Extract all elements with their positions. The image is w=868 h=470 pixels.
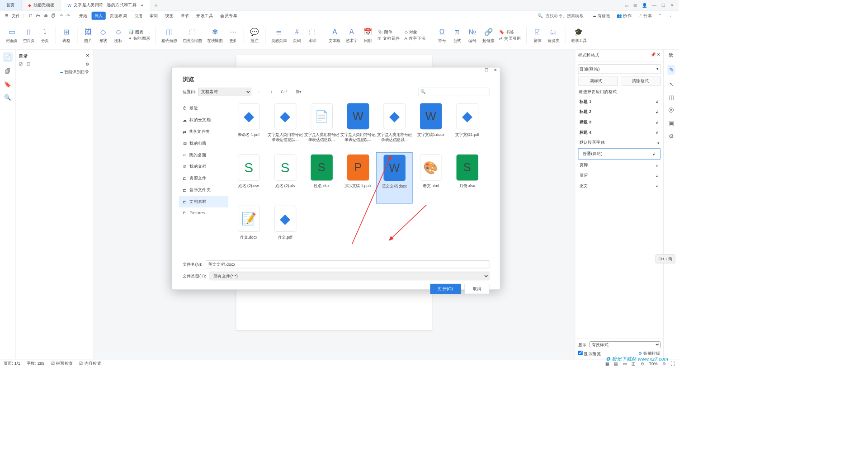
sidebar-item-我的云文档[interactable]: ☁我的云文档 bbox=[179, 114, 228, 126]
rb-icon[interactable]: ☺图标 bbox=[112, 27, 125, 43]
more-icon[interactable]: ⋮ bbox=[668, 13, 672, 19]
style-default-font[interactable]: 默认段落字体a bbox=[575, 137, 663, 148]
rb-flow[interactable]: ⬚在线流程图 bbox=[181, 27, 204, 43]
file-item[interactable]: S姓名 (2).csv bbox=[231, 152, 267, 203]
show-select[interactable]: 有效样式 bbox=[590, 341, 660, 348]
rb-hf[interactable]: ≣页眉页脚 bbox=[269, 27, 288, 43]
nav-up-icon[interactable]: ↑ bbox=[268, 89, 274, 96]
rb-form[interactable]: ☑窗体 bbox=[531, 27, 544, 43]
sidebar-item-Pictures[interactable]: 🗀Pictures bbox=[179, 207, 228, 218]
dialog-max-icon[interactable]: ☐ bbox=[485, 67, 489, 72]
rb-table[interactable]: ⊞表格 bbox=[60, 27, 73, 43]
fullscreen-icon[interactable]: ⛶ bbox=[671, 361, 675, 366]
outline-settings-icon[interactable]: ⚙ bbox=[85, 62, 90, 67]
outline-icon[interactable]: 📄 bbox=[3, 52, 13, 62]
rb-teach[interactable]: 🎓教学工具 bbox=[569, 27, 588, 43]
file-item[interactable]: ◆文字文稿1.pdf bbox=[449, 101, 486, 152]
new-icon[interactable]: 🗋 bbox=[28, 13, 33, 18]
cancel-button[interactable]: 取消 bbox=[465, 284, 490, 294]
style-normal-web[interactable]: 普通(网站)↲ bbox=[578, 148, 660, 159]
rb-pagenum[interactable]: #页码 bbox=[290, 27, 304, 43]
style-body[interactable]: 正文↲ bbox=[575, 181, 663, 191]
tab-add[interactable]: + bbox=[150, 0, 162, 10]
sidebar-item-共享文件夹[interactable]: ⇄共享文件夹 bbox=[179, 126, 228, 137]
style-footer[interactable]: 页脚↲ bbox=[575, 160, 663, 170]
bookmark-icon[interactable]: 🔖 bbox=[4, 81, 11, 88]
expand-icon[interactable]: ☑ bbox=[19, 62, 23, 67]
new-style-button[interactable]: 新样式... bbox=[578, 77, 618, 86]
menu-review[interactable]: 审阅 bbox=[147, 12, 161, 20]
redo-icon[interactable]: ↷ bbox=[66, 13, 70, 18]
preview-checkbox[interactable]: 显示预览 bbox=[578, 351, 601, 357]
rb-bm[interactable]: 🔖 书签 bbox=[499, 29, 521, 35]
current-style[interactable]: 普通(网站)▾ bbox=[578, 64, 660, 74]
nav-view-icon[interactable]: ⊞▾ bbox=[294, 89, 304, 96]
rb-wordart[interactable]: A艺术字 bbox=[344, 27, 359, 43]
menu-start[interactable]: 开始 bbox=[76, 12, 90, 20]
menu-insert[interactable]: 插入 bbox=[92, 12, 106, 20]
rb-capital[interactable]: A 首字下沉 bbox=[405, 36, 426, 42]
dialog-search-input[interactable] bbox=[419, 88, 489, 96]
rb-break[interactable]: ⤵分页 bbox=[38, 27, 52, 43]
rb-textbox[interactable]: A̲文本框 bbox=[327, 27, 342, 43]
file-item[interactable]: ◆作文.pdf bbox=[267, 203, 303, 254]
file-item[interactable]: 📝作文.docx bbox=[231, 203, 267, 254]
sidebar-item-我的文档[interactable]: 🗎我的文档 bbox=[179, 161, 228, 173]
share[interactable]: ↗ 分享 bbox=[638, 13, 652, 19]
menu-layout[interactable]: 页面布局 bbox=[107, 12, 130, 20]
style-h2[interactable]: 标题 2↲ bbox=[575, 107, 663, 117]
grid-icon[interactable]: ⊞ bbox=[633, 3, 637, 8]
minimize-icon[interactable]: — bbox=[652, 3, 656, 8]
menu-view[interactable]: 视图 bbox=[162, 12, 176, 20]
file-menu[interactable]: 文件 bbox=[12, 13, 20, 19]
file-item[interactable]: W文字是人类用符号记录表达信息以... bbox=[340, 101, 377, 152]
rb-cover[interactable]: ▭封面页 bbox=[4, 27, 19, 43]
nav-newfolder-icon[interactable]: 🗀⁺ bbox=[279, 89, 289, 96]
status-page[interactable]: 页面: 1/1 bbox=[4, 361, 20, 367]
status-spell[interactable]: ☑ 拼写检查 bbox=[51, 361, 73, 367]
rr-anchor-icon[interactable]: ⦿ bbox=[668, 107, 674, 113]
sidebar-item-文档素材[interactable]: 🗀文档素材 bbox=[179, 196, 228, 207]
menu-vip[interactable]: 会员专享 bbox=[217, 12, 240, 20]
rb-smart[interactable]: ✦ 智能图形 bbox=[128, 36, 150, 42]
rb-date[interactable]: 📅日期 bbox=[361, 27, 374, 43]
rb-xref[interactable]: ⇄ 交叉引用 bbox=[499, 36, 521, 42]
preview-icon[interactable]: 🗐 bbox=[52, 13, 56, 18]
rr-style-icon[interactable]: ✎ bbox=[667, 65, 675, 75]
rb-symbol[interactable]: Ω符号 bbox=[435, 27, 449, 43]
style-h3[interactable]: 标题 3↲ bbox=[575, 117, 663, 127]
rb-link[interactable]: 🔗超链接 bbox=[481, 27, 496, 43]
rb-shape[interactable]: ◇形状 bbox=[96, 27, 110, 43]
tab-home[interactable]: 首页 bbox=[0, 0, 22, 10]
rb-watermark[interactable]: ⬚水印 bbox=[306, 27, 319, 43]
rb-att[interactable]: 📎 附件 bbox=[377, 29, 400, 35]
collapse-ribbon-icon[interactable]: ⌃ bbox=[658, 13, 662, 19]
clear-format-button[interactable]: 清除格式 bbox=[621, 77, 660, 86]
sidebar-item-我的电脑[interactable]: 🖥我的电脑 bbox=[179, 137, 228, 149]
dialog-close-icon[interactable]: ✕ bbox=[494, 67, 497, 72]
filetype-select[interactable]: 所有文件(*.*) bbox=[209, 272, 489, 280]
sidebar-item-资源文件[interactable]: 🗀资源文件 bbox=[179, 173, 228, 184]
collab[interactable]: 👥 协作 bbox=[617, 13, 632, 19]
tab-template[interactable]: ◆找稻壳模板 bbox=[22, 0, 61, 10]
sidebar-item-我的桌面[interactable]: ▭我的桌面 bbox=[179, 149, 228, 161]
file-item[interactable]: ◆文字是人类用符号记录表达信息以... bbox=[267, 101, 303, 152]
file-item[interactable]: 📄文字是人类用符号记录表达信息以... bbox=[303, 101, 340, 152]
rr-1-icon[interactable]: 🛠 bbox=[668, 52, 674, 59]
pin-icon[interactable]: 📌 bbox=[651, 52, 656, 57]
print-icon[interactable]: 🖶 bbox=[44, 13, 48, 18]
rr-shape-icon[interactable]: ◫ bbox=[669, 94, 674, 101]
menu-section[interactable]: 章节 bbox=[178, 12, 192, 20]
file-item[interactable]: S姓名 (2).xls bbox=[267, 152, 303, 203]
rb-number[interactable]: №编号 bbox=[466, 27, 479, 43]
filename-input[interactable] bbox=[206, 260, 489, 268]
find-icon[interactable]: 🔍 bbox=[4, 94, 11, 101]
outline-close-icon[interactable]: ✕ bbox=[86, 53, 90, 59]
search-input[interactable] bbox=[546, 13, 588, 18]
rb-docpart[interactable]: ◫ 文档部件 bbox=[377, 36, 400, 42]
close-window-icon[interactable]: ✕ bbox=[670, 3, 674, 8]
open-button[interactable]: 打开(O) bbox=[430, 284, 461, 294]
file-item[interactable]: ◆未命名-1.pdf bbox=[231, 101, 267, 152]
open-icon[interactable]: 🗁 bbox=[36, 13, 40, 18]
status-content[interactable]: ☑ 内容检查 bbox=[79, 361, 101, 367]
